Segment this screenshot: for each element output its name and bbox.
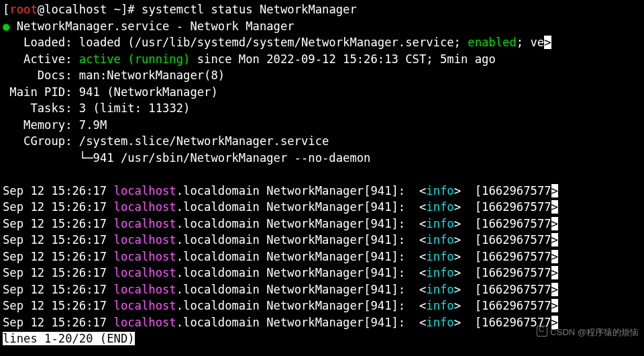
log-line: Sep 12 15:26:17 localhost.localdomain Ne… bbox=[3, 184, 551, 197]
log-line: Sep 12 15:26:17 localhost.localdomain Ne… bbox=[3, 299, 551, 312]
active-since: since Mon 2022-09-12 15:26:13 CST; 5min … bbox=[190, 52, 495, 66]
log-line: Sep 12 15:26:17 localhost.localdomain Ne… bbox=[3, 283, 551, 296]
truncation-marker: > bbox=[551, 316, 558, 329]
terminal-output[interactable]: [root@localhost ~]# systemctl status Net… bbox=[0, 0, 644, 349]
cgroup-label: CGroup: bbox=[23, 134, 72, 148]
truncation-marker: > bbox=[551, 184, 558, 197]
docs-value: man:NetworkManager(8) bbox=[79, 69, 225, 82]
log-line: Sep 12 15:26:17 localhost.localdomain Ne… bbox=[3, 250, 551, 263]
memory-value: 7.9M bbox=[79, 118, 107, 132]
unit-name: NetworkManager.service bbox=[17, 19, 170, 33]
truncation-marker: > bbox=[551, 299, 558, 312]
truncation-marker: > bbox=[551, 283, 558, 296]
memory-label: Memory: bbox=[23, 118, 72, 132]
loaded-post: ; ve bbox=[517, 36, 544, 49]
log-line: Sep 12 15:26:17 localhost.localdomain Ne… bbox=[3, 316, 551, 329]
prompt-user: root bbox=[9, 3, 37, 16]
truncation-marker: > bbox=[551, 233, 558, 247]
truncation-marker: > bbox=[551, 250, 558, 263]
cgroup-child: 941 /usr/sbin/NetworkManager --no-daemon bbox=[93, 151, 371, 165]
mainpid-label: Main PID: bbox=[9, 85, 72, 99]
loaded-enabled: enabled bbox=[468, 36, 516, 49]
truncation-marker: > bbox=[544, 36, 551, 49]
command-text: systemctl status NetworkManager bbox=[142, 3, 357, 16]
unit-desc: Network Manager bbox=[190, 19, 294, 33]
truncation-marker: > bbox=[551, 266, 558, 279]
tasks-value: 3 (limit: 11332) bbox=[79, 101, 191, 115]
pager-status[interactable]: lines 1-20/20 (END) bbox=[3, 332, 135, 345]
status-bullet: ● bbox=[3, 19, 9, 33]
log-line: Sep 12 15:26:17 localhost.localdomain Ne… bbox=[3, 217, 551, 230]
log-line: Sep 12 15:26:17 localhost.localdomain Ne… bbox=[3, 233, 551, 247]
active-state: active (running) bbox=[79, 52, 191, 66]
truncation-marker: > bbox=[551, 217, 558, 230]
prompt-cwd: ~ bbox=[114, 3, 121, 16]
cgroup-tree: └─ bbox=[79, 151, 93, 165]
loaded-path: loaded (/usr/lib/systemd/system/NetworkM… bbox=[79, 36, 468, 49]
tasks-label: Tasks: bbox=[30, 101, 72, 115]
log-line: Sep 12 15:26:17 localhost.localdomain Ne… bbox=[3, 200, 551, 214]
docs-label: Docs: bbox=[38, 69, 72, 82]
active-label: Active: bbox=[23, 52, 72, 66]
mainpid-value: 941 (NetworkManager) bbox=[79, 85, 218, 99]
loaded-label: Loaded: bbox=[23, 36, 72, 49]
cgroup-value: /system.slice/NetworkManager.service bbox=[79, 134, 329, 148]
truncation-marker: > bbox=[551, 200, 558, 214]
prompt-host: localhost bbox=[44, 3, 107, 16]
log-line: Sep 12 15:26:17 localhost.localdomain Ne… bbox=[3, 266, 551, 279]
